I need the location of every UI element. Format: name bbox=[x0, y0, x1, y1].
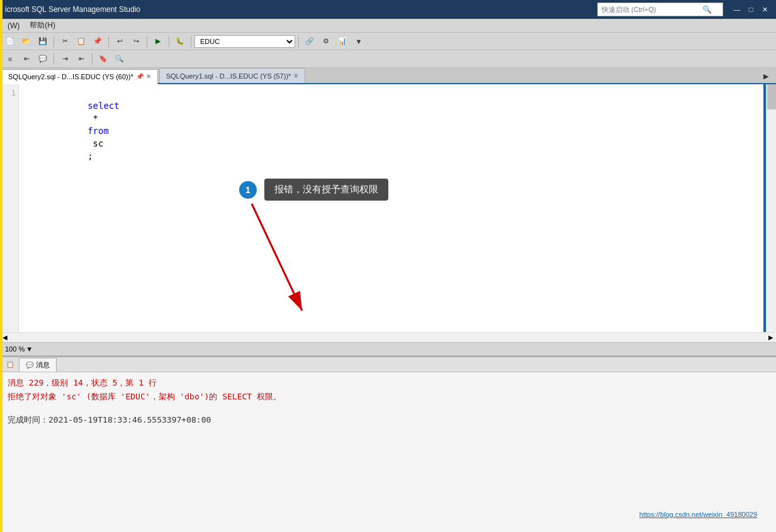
main-area: SQLQuery2.sql - D...IS.EDUC (YS (60))* 📌… bbox=[0, 68, 776, 532]
toolbar-row-2: ≡ ⇤ 💬 ⇥ ⇤ 🔖 🔍 bbox=[0, 50, 776, 68]
editor-wrapper: 1 select * from sc ; 1 报错，没有授予查询权限 bbox=[0, 84, 776, 532]
toolbar-redo[interactable]: ↪ bbox=[128, 35, 143, 48]
minimize-button[interactable]: — bbox=[731, 3, 743, 16]
toolbar-copy[interactable]: 📋 bbox=[74, 35, 89, 48]
window-controls: — □ ✕ bbox=[731, 3, 771, 16]
close-button[interactable]: ✕ bbox=[758, 3, 771, 16]
results-tabs: 📋 💬 消息 bbox=[0, 357, 776, 372]
results-pane: 📋 💬 消息 消息 229，级别 14，状态 5，第 1 行 拒绝了对对象 's… bbox=[0, 356, 776, 532]
toolbar-execute[interactable]: ▶ bbox=[150, 35, 166, 48]
toolbar-comment[interactable]: 💬 bbox=[35, 52, 50, 66]
toolbar-indent[interactable]: ≡ bbox=[3, 52, 18, 66]
toolbar-sep-8 bbox=[92, 53, 93, 65]
tab-sqlquery1[interactable]: SQLQuery1.sql - D...IS.EDUC (YS (57))* ✕ bbox=[159, 68, 306, 83]
search-input-wrap[interactable]: 🔍 bbox=[597, 3, 723, 16]
toolbar-sep-5 bbox=[191, 36, 191, 47]
error-line-1: 消息 229，级别 14，状态 5，第 1 行 bbox=[8, 377, 768, 389]
toolbar-misc1[interactable]: 📊 bbox=[335, 35, 350, 48]
toolbar-cut[interactable]: ✂ bbox=[57, 35, 72, 48]
toolbar-bookmark[interactable]: 🔖 bbox=[96, 52, 111, 66]
results-tab-label: 消息 bbox=[36, 360, 50, 370]
tab-sqlquery2[interactable]: SQLQuery2.sql - D...IS.EDUC (YS (60))* 📌… bbox=[1, 69, 158, 84]
line-numbers: 1 bbox=[0, 84, 19, 332]
tab-sqlquery1-label: SQLQuery1.sql - D...IS.EDUC (YS (57))* bbox=[166, 72, 291, 80]
table-name: sc bbox=[87, 138, 103, 148]
semicolon: ; bbox=[87, 151, 93, 161]
menu-item-w[interactable]: (W) bbox=[3, 20, 25, 31]
search-input[interactable] bbox=[602, 6, 702, 13]
maximize-button[interactable]: □ bbox=[745, 3, 757, 16]
app-title: icrosoft SQL Server Management Studio bbox=[5, 5, 140, 14]
tab-sqlquery2-label: SQLQuery2.sql - D...IS.EDUC (YS (60))* bbox=[8, 73, 133, 80]
toolbar-sep-1 bbox=[53, 36, 54, 47]
operator-star: * bbox=[87, 113, 103, 123]
keyword-from: from bbox=[87, 126, 109, 136]
toolbar-row-1: 📄 📂 💾 ✂ 📋 📌 ↩ ↪ ▶ 🐛 EDUC 🔗 ⚙ 📊 ▼ bbox=[0, 33, 776, 50]
menu-bar: (W) 帮助(H) bbox=[0, 19, 776, 33]
toolbar-misc2[interactable]: ▼ bbox=[351, 35, 366, 48]
toolbar-new[interactable]: 📄 bbox=[3, 35, 18, 48]
search-icon[interactable]: 🔍 bbox=[702, 5, 712, 14]
toolbar-open[interactable]: 📂 bbox=[19, 35, 34, 48]
scrollbar-thumb[interactable] bbox=[767, 84, 776, 109]
toolbar-sep-2 bbox=[108, 36, 109, 47]
toolbar-format1[interactable]: ⇥ bbox=[57, 52, 72, 66]
watermark: https://blog.csdn.net/weixin_49180029 bbox=[639, 511, 757, 518]
zoom-dropdown-icon[interactable]: ▼ bbox=[26, 345, 33, 353]
error-line-2: 拒绝了对对象 'sc' (数据库 'EDUC'，架构 'dbo')的 SELEC… bbox=[8, 391, 768, 402]
tab-close-inactive[interactable]: ✕ bbox=[293, 72, 298, 79]
editor-and-scrollbar: 1 select * from sc ; 1 报错，没有授予查询权限 bbox=[0, 84, 776, 332]
tab-right-controls: ▶ bbox=[758, 69, 776, 83]
tab-close-active[interactable]: ✕ bbox=[146, 73, 151, 80]
menu-item-help[interactable]: 帮助(H) bbox=[25, 19, 60, 32]
zoom-level: 100 % bbox=[5, 345, 25, 353]
tabs-bar: SQLQuery2.sql - D...IS.EDUC (YS (60))* 📌… bbox=[0, 68, 776, 84]
horizontal-scrollbar[interactable]: ◀ ▶ bbox=[0, 332, 776, 342]
h-scroll-right-btn[interactable]: ▶ bbox=[766, 333, 776, 343]
title-bar-right: 🔍 — □ ✕ bbox=[597, 3, 771, 16]
toolbar-search2[interactable]: 🔍 bbox=[112, 52, 127, 66]
tab-pin-icon[interactable]: 📌 bbox=[136, 73, 143, 80]
code-line-1: select * from sc ; bbox=[24, 87, 758, 99]
toolbar-properties[interactable]: ⚙ bbox=[318, 35, 334, 48]
tab-scroll-right[interactable]: ▶ bbox=[758, 69, 773, 83]
right-scrollbar[interactable] bbox=[766, 84, 776, 332]
toolbar-debug[interactable]: 🐛 bbox=[172, 35, 188, 48]
code-editor[interactable]: select * from sc ; 1 报错，没有授予查询权限 bbox=[19, 84, 763, 332]
toolbar-sep-6 bbox=[298, 36, 299, 47]
toolbar-sep-3 bbox=[147, 36, 147, 47]
results-tab-messages[interactable]: 💬 消息 bbox=[19, 358, 57, 372]
keyword-select: select bbox=[87, 101, 120, 111]
toolbar-undo[interactable]: ↩ bbox=[112, 35, 127, 48]
results-tab-icon-btn[interactable]: 📋 bbox=[3, 358, 18, 372]
zoom-bar: 100 % ▼ bbox=[0, 342, 776, 356]
search-area[interactable]: 🔍 bbox=[597, 3, 723, 16]
database-selector[interactable]: EDUC bbox=[194, 35, 295, 48]
code-area[interactable]: select * from sc ; bbox=[19, 84, 763, 332]
title-bar: icrosoft SQL Server Management Studio 🔍 … bbox=[0, 0, 776, 19]
results-content: 消息 229，级别 14，状态 5，第 1 行 拒绝了对对象 'sc' (数据库… bbox=[0, 372, 776, 532]
message-icon: 💬 bbox=[26, 362, 33, 369]
toolbar-format2[interactable]: ⇤ bbox=[74, 52, 89, 66]
toolbar-sep-7 bbox=[53, 53, 54, 65]
h-scroll-track[interactable] bbox=[10, 333, 766, 342]
toolbar-paste[interactable]: 📌 bbox=[90, 35, 105, 48]
toolbar-save[interactable]: 💾 bbox=[35, 35, 50, 48]
title-bar-left: icrosoft SQL Server Management Studio bbox=[5, 5, 140, 14]
toolbar-sep-4 bbox=[169, 36, 169, 47]
toolbar-connect[interactable]: 🔗 bbox=[302, 35, 317, 48]
toolbar-outdent[interactable]: ⇤ bbox=[19, 52, 34, 66]
completion-line: 完成时间：2021-05-19T18:33:46.5553397+08:00 bbox=[8, 414, 768, 426]
